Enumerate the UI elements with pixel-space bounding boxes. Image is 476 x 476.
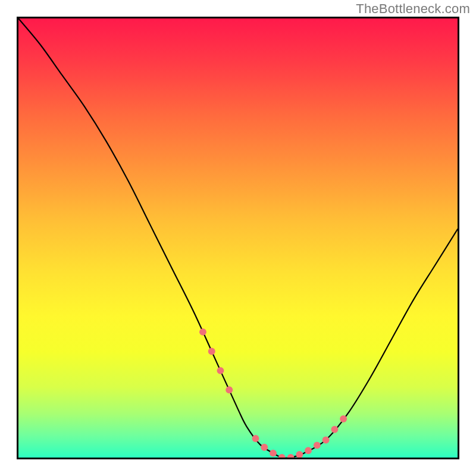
marker-dot — [322, 436, 330, 443]
marker-dot — [261, 444, 268, 451]
marker-dot — [296, 451, 303, 458]
marker-dot — [305, 447, 312, 454]
marker-dot — [331, 426, 338, 433]
marker-dot — [226, 386, 233, 393]
marker-dot — [208, 348, 215, 355]
marker-dot — [252, 435, 259, 442]
bottleneck-curve-svg — [18, 18, 458, 458]
plot-area — [17, 17, 459, 459]
marker-dot — [287, 454, 295, 458]
marker-dot — [199, 328, 206, 336]
marker-dot — [278, 454, 286, 458]
chart-stage: TheBottleneck.com — [0, 0, 476, 476]
marker-dot — [314, 441, 321, 449]
marker-dot — [270, 450, 277, 457]
marker-dot — [340, 415, 347, 422]
flat-zone-markers — [199, 328, 347, 458]
marker-dot — [217, 367, 224, 374]
watermark-text: TheBottleneck.com — [356, 1, 470, 17]
bottleneck-curve-path — [18, 18, 458, 458]
